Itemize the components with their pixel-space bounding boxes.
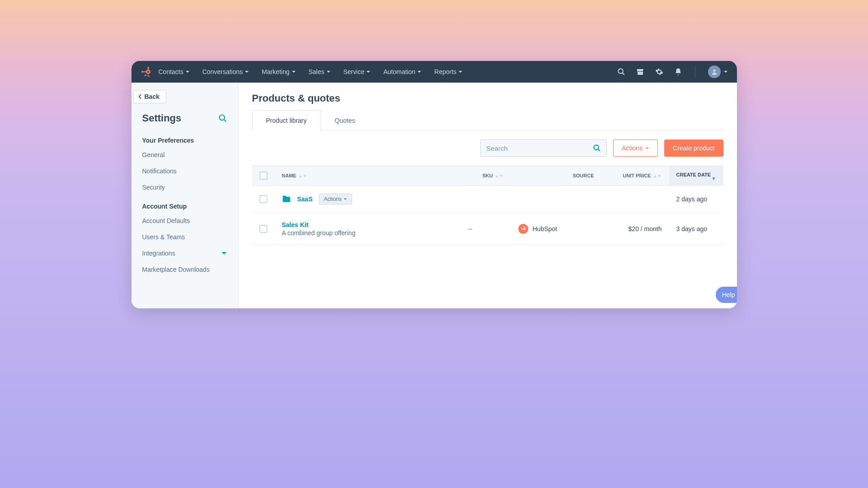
chevron-down-icon bbox=[326, 70, 331, 74]
svg-point-12 bbox=[219, 115, 225, 121]
svg-point-14 bbox=[594, 145, 599, 150]
body: Back Settings Your Preferences General N… bbox=[131, 83, 737, 308]
bell-icon[interactable] bbox=[674, 68, 682, 76]
product-table: NAME▲▼ SKU▲▼ SOURCE UNIT PRICE▲▼ CREATE … bbox=[252, 166, 723, 245]
search-icon bbox=[593, 144, 601, 152]
product-link[interactable]: Sales Kit bbox=[282, 221, 422, 228]
svg-rect-10 bbox=[638, 72, 643, 75]
chevron-down-icon bbox=[291, 70, 296, 74]
caret-down-icon bbox=[645, 146, 649, 150]
sidebar-item-security[interactable]: Security bbox=[131, 179, 238, 195]
svg-point-8 bbox=[618, 69, 623, 74]
svg-point-7 bbox=[145, 74, 146, 76]
topbar-right bbox=[617, 65, 728, 78]
select-row-checkbox[interactable] bbox=[259, 225, 267, 233]
nav-items: Contacts Conversations Marketing Sales S… bbox=[159, 68, 463, 75]
account-menu[interactable] bbox=[708, 65, 728, 78]
sidebar-item-account-defaults[interactable]: Account Defaults bbox=[131, 213, 238, 229]
nav-sales[interactable]: Sales bbox=[309, 68, 331, 75]
folder-icon bbox=[282, 195, 291, 203]
tab-quotes[interactable]: Quotes bbox=[321, 110, 369, 130]
chevron-down-icon bbox=[185, 70, 190, 74]
actions-button[interactable]: Actions bbox=[613, 139, 658, 157]
sidebar-item-notifications[interactable]: Notifications bbox=[131, 163, 238, 179]
nav-reports[interactable]: Reports bbox=[434, 68, 463, 75]
cell-sku bbox=[430, 186, 511, 213]
svg-point-5 bbox=[147, 67, 149, 69]
sidebar-item-users-teams[interactable]: Users & Teams bbox=[131, 229, 238, 245]
chevron-down-icon bbox=[221, 250, 227, 256]
svg-line-13 bbox=[224, 120, 226, 122]
nav-service[interactable]: Service bbox=[343, 68, 371, 75]
tab-product-library[interactable]: Product library bbox=[252, 110, 321, 130]
cell-create-date: 3 days ago bbox=[669, 213, 723, 245]
sidebar: Back Settings Your Preferences General N… bbox=[131, 83, 239, 308]
toolbar: Actions Create product bbox=[252, 139, 723, 157]
svg-point-19 bbox=[521, 228, 522, 229]
folder-link[interactable]: SaaS bbox=[297, 195, 313, 203]
gear-icon[interactable] bbox=[655, 68, 663, 76]
nav-marketing[interactable]: Marketing bbox=[262, 68, 296, 75]
person-icon bbox=[711, 68, 718, 75]
search-box[interactable] bbox=[480, 139, 607, 157]
nav-conversations[interactable]: Conversations bbox=[202, 68, 249, 75]
main-content: Products & quotes Product library Quotes… bbox=[239, 83, 737, 308]
cell-sku: -- bbox=[430, 213, 511, 245]
chevron-down-icon bbox=[458, 70, 463, 74]
nav-contacts[interactable]: Contacts bbox=[159, 68, 190, 75]
select-row-checkbox[interactable] bbox=[259, 195, 267, 203]
col-sku[interactable]: SKU▲▼ bbox=[430, 166, 511, 186]
sidebar-item-general[interactable]: General bbox=[131, 147, 238, 163]
back-button[interactable]: Back bbox=[133, 90, 166, 103]
chevron-down-icon bbox=[244, 70, 249, 74]
search-icon[interactable] bbox=[218, 114, 227, 123]
svg-line-15 bbox=[598, 149, 600, 151]
col-create-date[interactable]: CREATE DATE▼ bbox=[669, 166, 723, 186]
svg-point-1 bbox=[147, 71, 149, 73]
cell-unit-price bbox=[601, 186, 669, 213]
topbar: Contacts Conversations Marketing Sales S… bbox=[131, 61, 737, 83]
table-row: Sales Kit A combined group offering -- H… bbox=[252, 213, 723, 245]
svg-point-11 bbox=[713, 70, 715, 72]
chevron-down-icon bbox=[417, 70, 422, 74]
search-input[interactable] bbox=[486, 144, 593, 152]
cell-source bbox=[511, 186, 601, 213]
product-description: A combined group offering bbox=[282, 229, 422, 237]
col-unit-price[interactable]: UNIT PRICE▲▼ bbox=[601, 166, 669, 186]
svg-line-9 bbox=[622, 73, 624, 75]
help-button[interactable]: Help bbox=[716, 287, 737, 303]
create-product-button[interactable]: Create product bbox=[664, 139, 723, 157]
cell-source: HubSpot bbox=[511, 213, 601, 245]
select-all-checkbox[interactable] bbox=[259, 172, 267, 180]
svg-point-17 bbox=[524, 228, 525, 229]
svg-point-21 bbox=[524, 227, 525, 228]
page-title: Products & quotes bbox=[252, 93, 723, 104]
sidebar-section-account: Account Setup bbox=[131, 195, 238, 213]
sidebar-item-integrations[interactable]: Integrations bbox=[131, 245, 238, 261]
chevron-down-icon bbox=[723, 70, 728, 74]
sidebar-title: Settings bbox=[142, 112, 182, 124]
caret-down-icon bbox=[343, 197, 347, 201]
col-name[interactable]: NAME▲▼ bbox=[275, 166, 430, 186]
avatar bbox=[708, 65, 721, 78]
sidebar-section-preferences: Your Preferences bbox=[131, 130, 238, 147]
svg-point-3 bbox=[141, 71, 143, 73]
hubspot-logo-icon bbox=[141, 66, 151, 77]
app-window: Contacts Conversations Marketing Sales S… bbox=[131, 61, 737, 308]
nav-automation[interactable]: Automation bbox=[383, 68, 422, 75]
cell-unit-price: $20 / month bbox=[601, 213, 669, 245]
sidebar-item-marketplace-downloads[interactable]: Marketplace Downloads bbox=[131, 261, 238, 278]
svg-rect-6 bbox=[147, 74, 150, 77]
cell-create-date: 2 days ago bbox=[669, 186, 723, 213]
chevron-down-icon bbox=[366, 70, 371, 74]
table-row: SaaS Actions 2 days ago bbox=[252, 186, 723, 213]
divider bbox=[695, 65, 695, 78]
marketplace-icon[interactable] bbox=[636, 68, 644, 76]
hubspot-icon bbox=[518, 224, 528, 234]
tabs: Product library Quotes bbox=[252, 110, 723, 130]
col-source[interactable]: SOURCE bbox=[511, 166, 601, 186]
row-actions-button[interactable]: Actions bbox=[319, 194, 352, 204]
chevron-left-icon bbox=[138, 94, 142, 99]
search-icon[interactable] bbox=[617, 68, 625, 76]
